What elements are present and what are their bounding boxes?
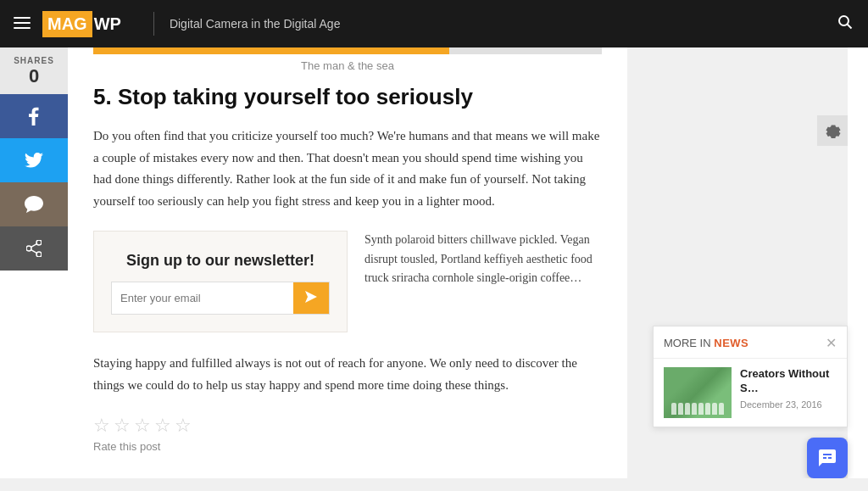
- star-3[interactable]: ☆: [134, 415, 151, 437]
- article-thumbnail: [664, 367, 732, 418]
- page-body: SHARES 0: [0, 47, 868, 478]
- more-in-news-tag: NEWS: [714, 337, 748, 349]
- svg-rect-1: [14, 22, 31, 24]
- more-in-item: Creators Without S… December 23, 2016: [654, 359, 847, 427]
- right-sidebar: MORE IN NEWS ✕: [627, 47, 848, 478]
- chat-widget-button[interactable]: [807, 438, 848, 478]
- article-continuation: Staying happy and fulfilled always is no…: [93, 353, 602, 396]
- svg-point-5: [36, 240, 42, 245]
- image-caption: The man & the sea: [93, 54, 602, 84]
- star-2[interactable]: ☆: [114, 415, 131, 437]
- star-5[interactable]: ☆: [175, 415, 192, 437]
- search-icon[interactable]: [837, 14, 853, 34]
- rate-label: Rate this post: [93, 440, 602, 453]
- newsletter-side-text: Synth polaroid bitters chillwave pickled…: [364, 231, 602, 287]
- more-in-close-button[interactable]: ✕: [826, 335, 837, 351]
- facebook-share-button[interactable]: [0, 94, 68, 138]
- shares-label: SHARES: [0, 56, 68, 65]
- article-body: Do you often find that you criticize you…: [93, 126, 602, 212]
- newsletter-email-input[interactable]: [112, 283, 293, 313]
- svg-point-3: [839, 16, 849, 25]
- newsletter-section: Sign up to our newsletter! Synth polaroi…: [93, 231, 602, 332]
- twitter-share-button[interactable]: [0, 138, 68, 182]
- shares-box: SHARES 0: [0, 47, 68, 94]
- svg-rect-2: [14, 27, 31, 29]
- social-sidebar: SHARES 0: [0, 47, 68, 478]
- star-rating[interactable]: ☆ ☆ ☆ ☆ ☆: [93, 415, 602, 437]
- logo-wp: WP: [94, 14, 121, 34]
- shares-count: 0: [0, 65, 68, 87]
- svg-point-7: [26, 246, 31, 251]
- logo[interactable]: MAG WP: [42, 11, 121, 37]
- more-in-article-title[interactable]: Creators Without S…: [740, 367, 837, 396]
- more-in-label: MORE IN: [664, 337, 711, 349]
- newsletter-box: Sign up to our newsletter!: [93, 231, 348, 332]
- more-in-header: MORE IN NEWS ✕: [654, 326, 847, 359]
- comment-button[interactable]: [0, 182, 68, 226]
- more-in-article-date: December 23, 2016: [740, 399, 837, 410]
- svg-line-4: [848, 24, 852, 28]
- svg-line-8: [31, 244, 37, 248]
- svg-line-9: [31, 250, 37, 254]
- header: MAG WP Digital Camera in the Digital Age: [0, 0, 868, 47]
- svg-rect-0: [14, 17, 31, 19]
- more-in-news-widget: MORE IN NEWS ✕: [653, 326, 848, 427]
- star-4[interactable]: ☆: [154, 415, 171, 437]
- svg-marker-10: [305, 291, 317, 303]
- share-button[interactable]: [0, 226, 68, 271]
- article-heading: 5. Stop taking yourself too seriously: [93, 84, 602, 110]
- main-content: The man & the sea 5. Stop taking yoursel…: [68, 47, 627, 478]
- newsletter-submit-button[interactable]: [293, 282, 329, 314]
- header-title: Digital Camera in the Digital Age: [170, 17, 341, 31]
- menu-icon[interactable]: [14, 15, 31, 33]
- newsletter-input-row: [111, 282, 330, 315]
- star-1[interactable]: ☆: [93, 415, 110, 437]
- more-in-article-info: Creators Without S… December 23, 2016: [740, 367, 837, 418]
- logo-mag: MAG: [42, 11, 92, 37]
- gear-icon[interactable]: [817, 115, 848, 146]
- svg-point-6: [36, 252, 42, 257]
- image-progress-bar: [93, 47, 602, 54]
- newsletter-title: Sign up to our newsletter!: [111, 252, 330, 270]
- header-divider: [153, 12, 154, 36]
